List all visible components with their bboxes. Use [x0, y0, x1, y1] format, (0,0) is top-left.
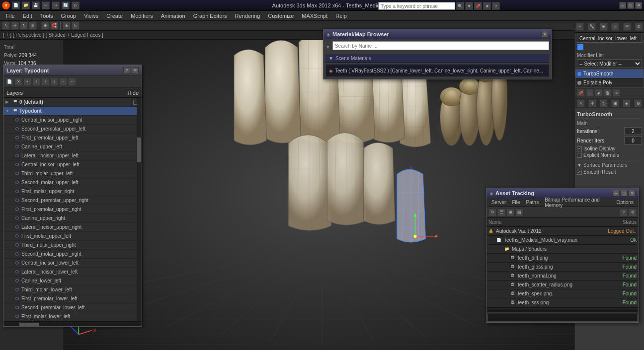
modifier-editable-poly[interactable]: Editable Poly: [575, 78, 644, 87]
menu-modifiers[interactable]: Modifiers: [127, 11, 157, 20]
right-icon-1[interactable]: ↖: [577, 99, 585, 107]
layer-panel-hscrollbar[interactable]: [3, 321, 142, 326]
layers-scrollbar-thumb[interactable]: [137, 138, 141, 162]
open-file-btn[interactable]: 📁: [22, 1, 30, 9]
layer-item-19[interactable]: ⬡ Third_molar_lower_left: [3, 285, 142, 294]
render-btn[interactable]: ▷: [72, 22, 80, 30]
reference-btn[interactable]: ⊕: [41, 22, 49, 30]
layer-item-6[interactable]: ⬡ Third_molar_upper_left: [3, 169, 142, 178]
rotate-btn[interactable]: ↻: [20, 22, 28, 30]
ts-iterations-input[interactable]: [624, 127, 642, 135]
layer-delete-btn[interactable]: ✕: [14, 78, 22, 86]
window-maximize-btn[interactable]: □: [627, 2, 634, 9]
at-hscroll-track[interactable]: [487, 309, 638, 312]
at-detail-view-btn[interactable]: ▤: [515, 209, 523, 216]
layers-list[interactable]: ▶ ☰ 0 (default) ▼ ☰ Typodont ✓ ⬡ Central…: [3, 98, 142, 321]
at-tree-view-btn[interactable]: ⊞: [506, 209, 514, 216]
show-end-result-btn[interactable]: ⊞: [586, 89, 594, 97]
at-menu-paths[interactable]: Paths: [523, 199, 542, 206]
at-row-teeth-diff[interactable]: 🖼 teeth_diff.png Found: [486, 254, 639, 263]
at-row-teeth-scatter[interactable]: 🖼 teeth_scatter_radius.png Found: [486, 280, 639, 289]
object-color-swatch[interactable]: [577, 44, 584, 51]
layer-select-btn[interactable]: ↑: [32, 78, 40, 86]
layer-panel-help-btn[interactable]: ?: [123, 67, 130, 74]
at-maximize-btn[interactable]: □: [621, 190, 628, 197]
layer-item-22[interactable]: ⬡ First_molar_lower_left: [3, 312, 142, 321]
motion-tab[interactable]: ▷: [611, 23, 619, 31]
undo-btn[interactable]: ↩: [42, 1, 50, 9]
display-tab[interactable]: 👁: [623, 23, 631, 31]
menu-file[interactable]: File: [2, 11, 19, 20]
at-row-maxfile[interactable]: 📄 Teeths_Medical_Model_vray.max Ok: [486, 236, 639, 245]
menu-animation[interactable]: Animation: [157, 11, 189, 20]
at-refresh-btn[interactable]: ↻: [488, 209, 496, 216]
window-close-btn[interactable]: ✕: [635, 2, 642, 9]
menu-create[interactable]: Create: [102, 11, 127, 20]
layer-item-typodont[interactable]: ▼ ☰ Typodont ✓: [3, 107, 142, 116]
layer-item-11[interactable]: ⬡ Canine_upper_right: [3, 214, 142, 223]
layer-move-into-btn[interactable]: →: [59, 78, 67, 86]
layer-move-down-btn[interactable]: ↓: [50, 78, 58, 86]
make-unique-btn[interactable]: ◈: [595, 89, 603, 97]
layer-item-7[interactable]: ⬡ Second_molar_upper_left: [3, 178, 142, 187]
scale-btn[interactable]: ⊞: [29, 22, 37, 30]
material-btn[interactable]: ◈: [63, 22, 71, 30]
toolbar-btn5[interactable]: 🔄: [62, 1, 70, 9]
menu-maxscript[interactable]: MAXScript: [298, 11, 331, 20]
modifier-turbosmooth[interactable]: TurboSmooth: [575, 70, 644, 78]
layer-add-btn[interactable]: +: [23, 78, 31, 86]
create-tab[interactable]: +: [576, 23, 584, 31]
layer-item-14[interactable]: ⬡ Third_molar_upper_right: [3, 241, 142, 250]
layer-item-12[interactable]: ⬡ Lateral_incisor_upper_right: [3, 223, 142, 232]
menu-tools[interactable]: Tools: [36, 11, 57, 20]
layer-hscroll-track[interactable]: [4, 323, 141, 326]
pin-stack-btn[interactable]: 📌: [577, 89, 585, 97]
menu-rendering[interactable]: Rendering: [231, 11, 264, 20]
at-row-maps-folder[interactable]: 📁 Maps / Shaders: [486, 245, 639, 254]
layer-item-3[interactable]: ⬡ Canine_upper_left: [3, 142, 142, 151]
layer-item-17[interactable]: ⬡ Lateral_incisor_lower_left: [3, 268, 142, 277]
layers-scrollbar[interactable]: [137, 98, 142, 321]
help-btn[interactable]: ?: [492, 2, 500, 10]
layer-item-4[interactable]: ⬡ Lateral_incisor_upper_left: [3, 151, 142, 160]
layer-item-2[interactable]: ⬡ First_premolar_upper_left: [3, 134, 142, 142]
right-icon-5[interactable]: ◈: [623, 99, 631, 107]
modifier-dropdown[interactable]: -- Select Modifier --: [577, 59, 642, 68]
at-menu-file[interactable]: File: [509, 199, 523, 206]
layer-item-16[interactable]: ⬡ Central_incisor_lower_left: [3, 259, 142, 268]
layer-item-0[interactable]: ⬡ Central_incisor_upper_right: [3, 116, 142, 125]
mb-close-btn[interactable]: ✕: [541, 31, 548, 38]
utilities-tab[interactable]: ⚙: [635, 23, 643, 31]
new-file-btn[interactable]: 📄: [12, 1, 20, 9]
at-minimize-btn[interactable]: ─: [613, 190, 620, 197]
layer-item-13[interactable]: ⬡ First_molar_upper_left: [3, 232, 142, 241]
ts-render-iters-input[interactable]: [624, 137, 642, 144]
ts-isoline-checkbox[interactable]: ✓: [577, 146, 582, 151]
remove-modifier-btn[interactable]: 🗑: [604, 89, 612, 97]
toolbar-btn6[interactable]: ▷: [72, 1, 80, 9]
layer-move-up-btn[interactable]: ↑: [41, 78, 49, 86]
hierarchy-tab[interactable]: ⊕: [600, 23, 608, 31]
layer-item-5[interactable]: ⬡ Central_incisor_upper_left: [3, 160, 142, 169]
modify-tab[interactable]: 🔧: [588, 23, 596, 31]
at-hscrollbar[interactable]: [486, 307, 639, 312]
right-icon-4[interactable]: ⊞: [611, 99, 619, 107]
layer-item-9[interactable]: ⬡ Second_premolar_upper_right: [3, 196, 142, 205]
at-row-teeth-sss[interactable]: 🖼 teeth_sss.png Found: [486, 298, 639, 307]
layer-item-18[interactable]: ⬡ Canine_lower_left: [3, 277, 142, 285]
at-menu-bitmap[interactable]: Bitmap Performance and Memory: [542, 196, 613, 209]
at-list-view-btn[interactable]: ☰: [497, 209, 505, 216]
layer-panel-close-btn[interactable]: ✕: [132, 67, 139, 74]
favorites-btn[interactable]: ★: [483, 2, 491, 10]
snap-btn[interactable]: 🧲: [50, 22, 58, 30]
search-btn[interactable]: 🔍: [456, 2, 464, 10]
object-name-input[interactable]: [577, 34, 642, 43]
ts-explicit-normals-checkbox[interactable]: [577, 153, 582, 158]
layer-item-21[interactable]: ⬡ Second_premolar_lower_left: [3, 303, 142, 312]
right-icon-3[interactable]: ↻: [600, 99, 608, 107]
mb-search-input[interactable]: [332, 41, 549, 50]
right-icon-6[interactable]: ⚙: [634, 99, 642, 107]
at-menu-options[interactable]: Options: [614, 199, 637, 206]
at-row-teeth-gloss[interactable]: 🖼 teeth_gloss.png Found: [486, 263, 639, 272]
at-path-input[interactable]: [487, 314, 638, 322]
